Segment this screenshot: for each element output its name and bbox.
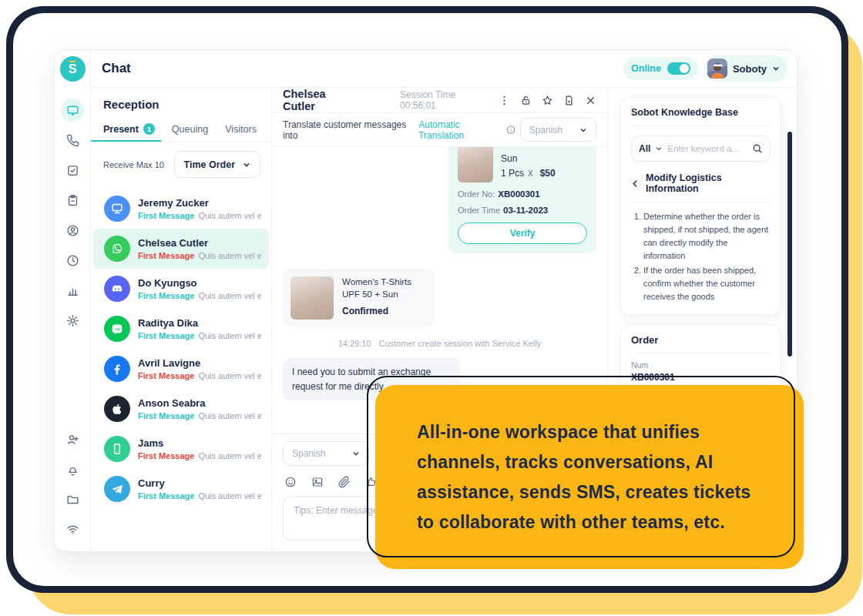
- first-message-tag: First Message: [138, 371, 194, 380]
- callout-text: All-in-one workspace that unifies channe…: [375, 417, 792, 537]
- knowledge-search: All: [631, 136, 771, 162]
- kebab-menu-icon[interactable]: [499, 95, 510, 106]
- online-toggle-switch[interactable]: [667, 62, 690, 75]
- image-icon[interactable]: [311, 476, 324, 488]
- line-icon: LINE: [104, 316, 130, 342]
- first-message-tag: First Message: [138, 251, 194, 260]
- list-item[interactable]: Jams First MessageQuis autem vel eum iu.…: [93, 429, 269, 469]
- order-title: Order: [631, 334, 771, 353]
- history-icon[interactable]: [61, 249, 84, 272]
- first-message-tag: First Message: [138, 491, 194, 500]
- product-image: [458, 147, 493, 182]
- list-item[interactable]: LINE Raditya Dika First MessageQuis aute…: [93, 309, 269, 349]
- star-icon[interactable]: [542, 95, 553, 106]
- first-message-tag: First Message: [138, 211, 194, 220]
- translate-language-select[interactable]: Spanish: [520, 118, 596, 142]
- chevron-down-icon: [772, 65, 780, 72]
- discord-icon: [104, 276, 130, 302]
- reception-title: Reception: [91, 88, 271, 118]
- chat-header: Chelsea Cutler Session Time 00:56:01: [272, 88, 607, 113]
- phone-icon[interactable]: [61, 129, 84, 152]
- feature-callout: All-in-one workspace that unifies channe…: [375, 385, 804, 569]
- info-icon[interactable]: [506, 125, 515, 135]
- lock-icon[interactable]: [520, 95, 532, 106]
- chat-contact-name: Chelsea Cutler: [283, 88, 358, 112]
- facebook-icon: [104, 356, 130, 382]
- add-agent-icon[interactable]: [61, 427, 84, 450]
- apple-icon: [104, 396, 130, 422]
- attachment-icon[interactable]: [338, 476, 351, 488]
- clipboard-icon[interactable]: [61, 189, 84, 212]
- product-message-card: Women's T-Shirts UPF 50 + Sun Confirmed: [283, 269, 435, 327]
- panel-scrollbar[interactable]: [787, 132, 792, 357]
- article-steps: Determine whether the order is shipped, …: [643, 210, 771, 303]
- translate-bar: Translate customer messages into Automat…: [272, 113, 607, 147]
- receive-max-label: Receive Max 10: [103, 160, 164, 169]
- product-name: Sun: [501, 153, 556, 164]
- list-item[interactable]: Curry First MessageQuis autem vel eum iu…: [93, 469, 269, 509]
- agent-icon[interactable]: [61, 219, 84, 242]
- user-name: Soboty: [733, 63, 767, 75]
- chat-icon[interactable]: [61, 99, 84, 122]
- reception-panel: Reception Present 1 Queuing Visitors Rec…: [91, 88, 272, 551]
- time-order-select[interactable]: Time Order: [174, 151, 260, 178]
- online-status-toggle[interactable]: Online: [623, 57, 698, 80]
- tab-present[interactable]: Present 1: [103, 118, 155, 142]
- emoji-icon[interactable]: [284, 476, 297, 488]
- analytics-icon[interactable]: [61, 279, 84, 302]
- folder-icon[interactable]: [61, 487, 84, 511]
- translate-prefix: Translate customer messages into: [283, 119, 414, 141]
- reception-tabs: Present 1 Queuing Visitors: [91, 118, 271, 142]
- telegram-icon: [104, 476, 130, 502]
- page-title: Chat: [102, 61, 131, 76]
- chevron-down-icon: [579, 126, 587, 134]
- user-menu[interactable]: Soboty: [704, 55, 787, 82]
- order-number: XB000301: [631, 372, 771, 383]
- chevron-down-icon: [655, 145, 663, 152]
- first-message-tag: First Message: [138, 411, 194, 420]
- chevron-down-icon: [243, 161, 250, 169]
- knowledge-base-card: Sobot Knowledge Base All Modify Logistic…: [620, 97, 781, 315]
- notifications-icon[interactable]: [61, 457, 84, 480]
- web-chat-icon: [104, 196, 130, 222]
- online-label: Online: [631, 63, 661, 74]
- whatsapp-icon: [104, 236, 130, 262]
- article-title: Modify Logistics Information: [646, 172, 771, 194]
- settings-icon[interactable]: [61, 309, 84, 332]
- list-item[interactable]: Do Kyungso First MessageQuis autem vel e…: [93, 269, 269, 309]
- mobile-icon: [104, 436, 130, 462]
- close-icon[interactable]: [585, 95, 596, 106]
- automatic-translation-link[interactable]: Automatic Translation: [418, 119, 501, 141]
- knowledge-base-title: Sobot Knowledge Base: [631, 107, 771, 126]
- first-message-tag: First Message: [138, 451, 194, 460]
- list-item[interactable]: Avril Lavigne First MessageQuis autem ve…: [93, 349, 269, 389]
- svg-text:LINE: LINE: [115, 328, 120, 331]
- search-filter[interactable]: All: [639, 143, 650, 154]
- avatar: [707, 59, 727, 79]
- list-item[interactable]: Anson Seabra First MessageQuis autem vel…: [93, 389, 269, 429]
- tab-queuing[interactable]: Queuing: [172, 119, 208, 142]
- first-message-tag: First Message: [138, 291, 194, 300]
- list-item[interactable]: Jeremy Zucker First MessageQuis autem ve…: [93, 189, 269, 229]
- first-message-tag: First Message: [138, 331, 194, 340]
- icon-rail: S: [55, 50, 91, 551]
- network-icon[interactable]: [61, 517, 84, 541]
- search-icon[interactable]: [752, 143, 763, 154]
- session-time: Session Time 00:56:01: [400, 89, 491, 111]
- back-chevron-icon[interactable]: [631, 179, 640, 188]
- new-ticket-icon[interactable]: [563, 95, 575, 106]
- present-count-badge: 1: [143, 123, 155, 135]
- sobot-logo: S: [60, 56, 86, 82]
- product-status: Confirmed: [342, 306, 428, 316]
- product-image: [290, 276, 334, 320]
- verify-button[interactable]: Verify: [458, 223, 587, 244]
- search-input[interactable]: [667, 144, 747, 153]
- product-title: Women's T-Shirts UPF 50 + Sun: [342, 276, 428, 300]
- chevron-down-icon: [352, 450, 360, 457]
- order-message-card: Sun 1 PcsX$50 Order No:XB000301 Order Ti…: [448, 147, 596, 253]
- tasks-icon[interactable]: [61, 159, 84, 182]
- app-header: Chat Online Soboty: [91, 50, 797, 88]
- list-item[interactable]: Chelsea Cutler First MessageQuis autem v…: [93, 229, 269, 269]
- composer-language-select[interactable]: Spanish: [283, 441, 369, 466]
- tab-visitors[interactable]: Visitors: [225, 119, 257, 142]
